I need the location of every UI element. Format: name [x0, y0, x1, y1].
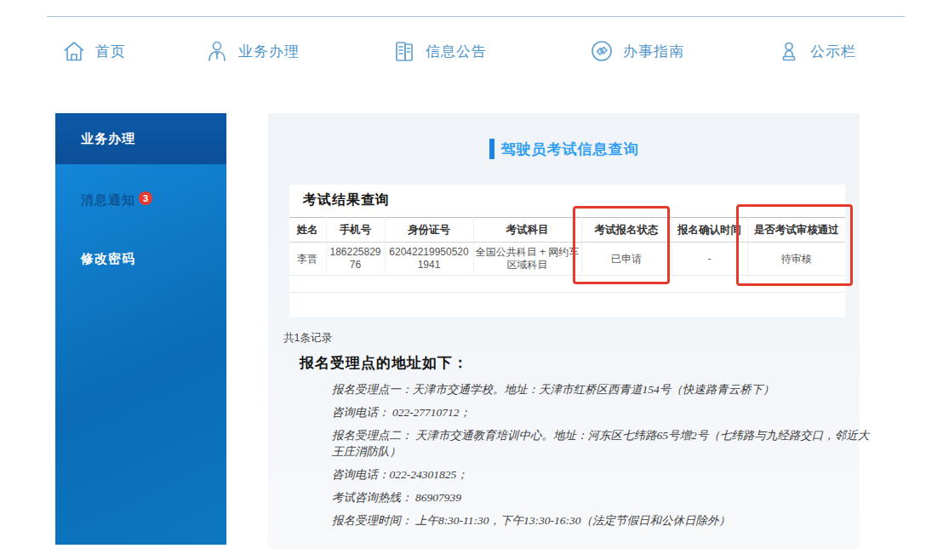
- title-accent-bar: [489, 139, 494, 159]
- sidebar-item-label: 修改密码: [81, 251, 135, 266]
- section-title: 考试结果查询: [303, 191, 845, 209]
- sidebar-item-label: 消息通知: [81, 192, 135, 207]
- person-board-icon: [776, 38, 802, 64]
- address-line: 报名受理点二： 天津市交通教育培训中心。地址：河东区七纬路65号增2号（七纬路与…: [332, 427, 870, 460]
- address-line: 咨询电话： 022-27710712；: [332, 404, 870, 420]
- top-divider: [47, 16, 905, 17]
- nav-item-public-board[interactable]: 公示栏: [776, 36, 856, 66]
- sidebar-item-notifications[interactable]: 消息通知3: [55, 164, 226, 209]
- nav-item-announcements[interactable]: 信息公告: [392, 36, 487, 66]
- handshake-icon: [589, 38, 614, 64]
- address-list: 报名受理点一：天津市交通学校。地址：天津市红桥区西青道154号（快速路青云桥下）…: [332, 381, 870, 535]
- sidebar-header: 业务办理: [55, 113, 226, 164]
- nav-item-business[interactable]: 业务办理: [204, 36, 300, 66]
- home-icon: [61, 38, 87, 64]
- address-heading: 报名受理点的地址如下：: [300, 353, 468, 373]
- sidebar-item-change-password[interactable]: 修改密码: [55, 209, 226, 267]
- nav-item-home[interactable]: 首页: [61, 36, 126, 66]
- top-navigation: 首页 业务办理 信息公告: [0, 36, 926, 66]
- page-title-text: 驾驶员考试信息查询: [501, 140, 639, 159]
- nav-item-guide[interactable]: 办事指南: [589, 36, 684, 66]
- notification-badge: 3: [139, 191, 152, 205]
- main-panel: 驾驶员考试信息查询 考试结果查询 姓名 手机号 身份证号 考试科目 考试报名状态…: [268, 113, 860, 549]
- page-title: 驾驶员考试信息查询: [268, 139, 860, 159]
- cell-review-passed: 待审核: [747, 243, 845, 276]
- table-row[interactable]: 李晋 18622582976 620422199505201941 全国公共科目…: [289, 243, 845, 276]
- user-icon: [204, 38, 230, 64]
- nav-item-label: 办事指南: [623, 42, 684, 61]
- cell-phone: 18622582976: [326, 243, 385, 276]
- col-phone: 手机号: [326, 218, 385, 243]
- sidebar-body: 消息通知3 修改密码: [55, 164, 226, 545]
- col-review-passed: 是否考试审核通过: [747, 218, 845, 243]
- col-exam-subject: 考试科目: [473, 218, 581, 243]
- address-line: 报名受理时间： 上午8:30-11:30，下午13:30-16:30（法定节假日…: [332, 512, 870, 529]
- cell-id-number: 620422199505201941: [385, 243, 473, 276]
- address-line: 报名受理点一：天津市交通学校。地址：天津市红桥区西青道154号（快速路青云桥下）: [332, 381, 870, 397]
- cell-confirm-time: -: [672, 243, 747, 276]
- nav-item-label: 首页: [95, 42, 126, 61]
- cell-exam-subject: 全国公共科目 + 网约车区域科目: [473, 243, 581, 276]
- table-header-row: 姓名 手机号 身份证号 考试科目 考试报名状态 报名确认时间 是否考试审核通过: [289, 218, 845, 243]
- record-count: 共1条记录: [283, 331, 332, 346]
- nav-item-label: 业务办理: [238, 42, 300, 61]
- results-table: 姓名 手机号 身份证号 考试科目 考试报名状态 报名确认时间 是否考试审核通过 …: [289, 217, 845, 293]
- results-card: 考试结果查询 姓名 手机号 身份证号 考试科目 考试报名状态 报名确认时间 是否…: [289, 185, 845, 317]
- cell-name: 李晋: [289, 243, 326, 276]
- col-registration-status: 考试报名状态: [581, 218, 672, 243]
- col-name: 姓名: [289, 218, 326, 243]
- sidebar: 业务办理 消息通知3 修改密码: [55, 113, 226, 545]
- address-line: 咨询电话：022-24301825；: [332, 466, 870, 483]
- page: 首页 业务办理 信息公告: [0, 0, 926, 560]
- table-empty-row: [289, 276, 845, 293]
- bulletin-icon: [392, 38, 417, 64]
- nav-item-label: 信息公告: [426, 42, 487, 61]
- col-confirm-time: 报名确认时间: [672, 218, 747, 243]
- address-line: 考试咨询热线： 86907939: [332, 489, 870, 506]
- col-id-number: 身份证号: [385, 218, 473, 243]
- cell-registration-status: 已申请: [581, 243, 672, 276]
- nav-item-label: 公示栏: [810, 42, 856, 61]
